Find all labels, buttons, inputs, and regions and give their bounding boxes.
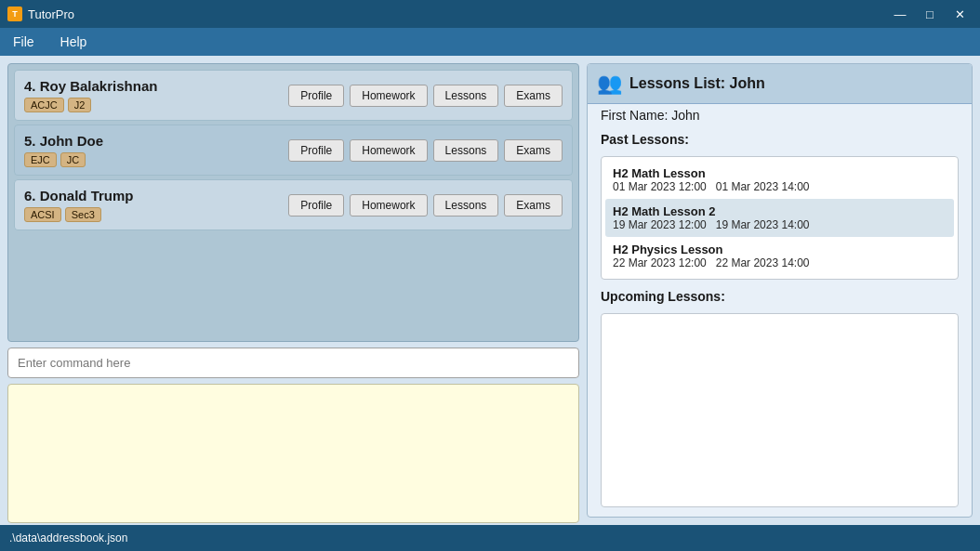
student-row-2: 5. John Doe EJC JC Profile Homework Less… xyxy=(14,125,573,176)
statusbar: .\data\addressbook.json xyxy=(0,525,980,551)
profile-button-2[interactable]: Profile xyxy=(288,139,344,162)
student-tag-acsi: ACSI xyxy=(24,207,61,222)
first-name-label: First Name: John xyxy=(601,108,959,123)
maximize-button[interactable]: □ xyxy=(917,6,943,22)
students-list: 4. Roy Balakrishnan ACJC J2 Profile Home… xyxy=(7,63,579,342)
lesson-title-1: H2 Math Lesson xyxy=(613,166,947,180)
panel-title: Lessons List: John xyxy=(629,75,765,92)
exams-button-3[interactable]: Exams xyxy=(504,194,563,216)
exams-button-2[interactable]: Exams xyxy=(504,139,563,162)
student-row-3: 6. Donald Trump ACSI Sec3 Profile Homewo… xyxy=(14,179,573,230)
lesson-title-2: H2 Math Lesson 2 xyxy=(613,204,947,218)
left-panel: 4. Roy Balakrishnan ACJC J2 Profile Home… xyxy=(7,63,579,518)
app-title: TutorPro xyxy=(28,7,74,21)
minimize-button[interactable]: — xyxy=(887,6,913,22)
student-buttons-1: Profile Homework Lessons Exams xyxy=(288,85,563,107)
lessons-button-3[interactable]: Lessons xyxy=(433,194,499,216)
lesson-item-2: H2 Math Lesson 2 19 Mar 2023 12:00 19 Ma… xyxy=(605,199,954,237)
student-tags-2: EJC JC xyxy=(24,152,103,167)
student-info-1: 4. Roy Balakrishnan ACJC J2 xyxy=(24,78,157,112)
student-tags-1: ACJC J2 xyxy=(24,98,157,112)
right-panel-header: 👥 Lessons List: John xyxy=(588,64,972,104)
titlebar-controls: — □ ✕ xyxy=(887,6,973,22)
menu-file[interactable]: File xyxy=(7,31,40,53)
student-tag-jc: JC xyxy=(60,152,86,167)
lesson-item-1: H2 Math Lesson 01 Mar 2023 12:00 01 Mar … xyxy=(605,161,954,199)
menu-help[interactable]: Help xyxy=(55,31,93,53)
right-panel-body: First Name: John Past Lessons: H2 Math L… xyxy=(588,104,972,517)
menubar: File Help xyxy=(0,28,980,56)
student-name-2: 5. John Doe xyxy=(24,133,103,149)
student-info-2: 5. John Doe EJC JC xyxy=(24,133,103,167)
student-name-3: 6. Donald Trump xyxy=(24,188,134,203)
output-area xyxy=(7,384,579,523)
main-content: 4. Roy Balakrishnan ACJC J2 Profile Home… xyxy=(0,56,980,525)
student-info-3: 6. Donald Trump ACSI Sec3 xyxy=(24,188,134,222)
panel-header-icon: 👥 xyxy=(597,72,622,96)
homework-button-3[interactable]: Homework xyxy=(350,194,427,216)
exams-button-1[interactable]: Exams xyxy=(504,85,563,107)
student-buttons-2: Profile Homework Lessons Exams xyxy=(288,139,563,162)
right-panel: 👥 Lessons List: John First Name: John Pa… xyxy=(587,63,973,518)
student-tag-ejc: EJC xyxy=(24,152,57,167)
statusbar-text: .\data\addressbook.json xyxy=(9,531,127,544)
student-buttons-3: Profile Homework Lessons Exams xyxy=(288,194,563,216)
student-tag-sec3: Sec3 xyxy=(65,207,101,222)
lesson-time-1: 01 Mar 2023 12:00 01 Mar 2023 14:00 xyxy=(613,180,947,193)
lessons-box: H2 Math Lesson 01 Mar 2023 12:00 01 Mar … xyxy=(601,156,959,280)
past-lessons-label: Past Lessons: xyxy=(601,132,959,147)
lesson-time-3: 22 Mar 2023 12:00 22 Mar 2023 14:00 xyxy=(613,256,947,269)
close-button[interactable]: ✕ xyxy=(947,6,973,22)
command-input[interactable] xyxy=(7,348,579,378)
profile-button-3[interactable]: Profile xyxy=(288,194,344,216)
lessons-button-1[interactable]: Lessons xyxy=(433,85,499,107)
profile-button-1[interactable]: Profile xyxy=(288,85,344,107)
student-tags-3: ACSI Sec3 xyxy=(24,207,134,222)
lesson-title-3: H2 Physics Lesson xyxy=(613,243,947,256)
titlebar: T TutorPro — □ ✕ xyxy=(0,0,980,28)
lessons-button-2[interactable]: Lessons xyxy=(433,139,499,162)
student-tag-acjc: ACJC xyxy=(24,98,64,112)
upcoming-lessons-label: Upcoming Lessons: xyxy=(601,289,959,304)
app-icon: T xyxy=(7,7,22,21)
homework-button-1[interactable]: Homework xyxy=(350,85,427,107)
student-name-1: 4. Roy Balakrishnan xyxy=(24,78,157,94)
student-row-1: 4. Roy Balakrishnan ACJC J2 Profile Home… xyxy=(14,70,573,121)
lesson-time-2: 19 Mar 2023 12:00 19 Mar 2023 14:00 xyxy=(613,218,947,231)
homework-button-2[interactable]: Homework xyxy=(350,139,427,162)
upcoming-lessons-box xyxy=(601,313,959,507)
titlebar-left: T TutorPro xyxy=(7,7,74,21)
lesson-item-3: H2 Physics Lesson 22 Mar 2023 12:00 22 M… xyxy=(605,237,954,275)
student-tag-j2: J2 xyxy=(68,98,92,112)
